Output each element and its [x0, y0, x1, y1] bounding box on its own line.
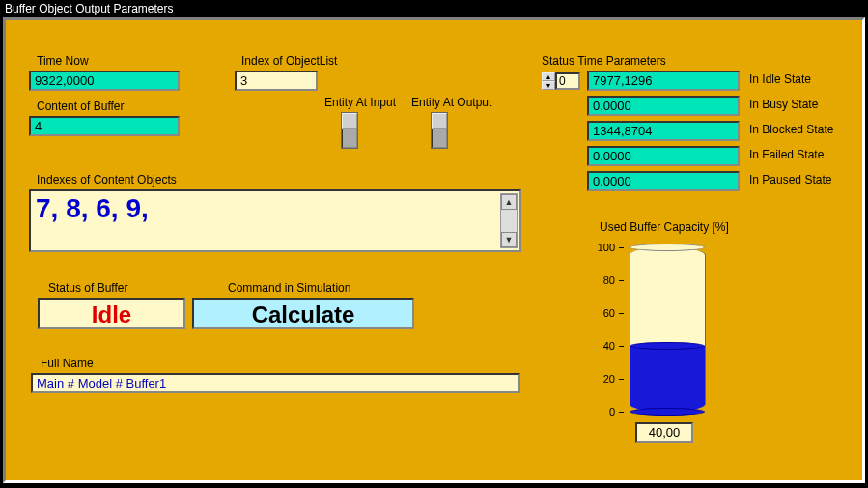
status-time-value: 1344,8704	[587, 121, 740, 141]
cylinder-top-icon	[630, 244, 705, 251]
cylinder-bottom-icon	[630, 408, 705, 416]
status-time-state-label: In Idle State	[749, 72, 811, 86]
index-objectlist-label: Index of ObjectList	[241, 54, 337, 68]
axis-tick-label: 80	[580, 274, 615, 286]
chart-fill	[630, 346, 705, 412]
entity-input-label: Entity At Input	[324, 96, 396, 109]
status-time-value: 0,0000	[587, 96, 740, 116]
axis-tick-icon	[619, 280, 624, 281]
scroll-up-icon[interactable]: ▲	[501, 194, 517, 210]
command-label: Command in Simulation	[228, 281, 350, 295]
status-time-value: 7977,1296	[587, 71, 740, 91]
command-button[interactable]: Calculate	[192, 298, 414, 329]
axis-tick-label: 100	[580, 242, 615, 253]
main-panel: Time Now 9322,0000 Content of Buffer 4 I…	[3, 17, 865, 483]
slider-track-icon	[432, 129, 447, 148]
status-time-value: 0,0000	[587, 146, 740, 166]
content-buffer-value: 4	[29, 116, 180, 136]
entity-input-slider[interactable]	[341, 112, 358, 149]
full-name-value[interactable]: Main # Model # Buffer1	[31, 373, 520, 393]
status-time-spinner[interactable]: ▲ ▼ 0	[542, 72, 580, 90]
axis-tick-label: 0	[580, 406, 615, 417]
status-time-state-label: In Failed State	[749, 148, 824, 161]
fill-top-icon	[630, 342, 705, 350]
spinner-up-icon[interactable]: ▲	[542, 72, 555, 81]
status-time-value: 0,0000	[587, 171, 740, 191]
axis-tick-icon	[619, 412, 624, 413]
entity-output-slider[interactable]	[431, 112, 448, 149]
buffer-capacity-chart: 020406080100	[580, 243, 754, 416]
axis-tick-icon	[619, 247, 624, 248]
status-buffer-value: Idle	[38, 298, 185, 329]
axis-tick-icon	[619, 313, 624, 314]
indexes-content-textarea[interactable]: 7, 8, 6, 9, ▲ ▼	[29, 189, 521, 252]
scrollbar[interactable]: ▲ ▼	[500, 193, 518, 248]
index-objectlist-value[interactable]: 3	[235, 71, 318, 91]
time-now-value: 9322,0000	[29, 71, 180, 91]
time-now-label: Time Now	[37, 54, 89, 68]
slider-thumb-icon	[342, 113, 357, 129]
status-time-state-label: In Blocked State	[749, 123, 833, 136]
entity-output-label: Entity At Output	[411, 96, 491, 109]
spinner-value: 0	[555, 72, 580, 90]
slider-thumb-icon	[432, 113, 447, 129]
axis-tick-icon	[619, 379, 624, 380]
axis-tick-label: 40	[580, 340, 615, 352]
indexes-content-value: 7, 8, 6, 9,	[36, 193, 149, 223]
chart-title: Used Buffer Capacity [%]	[600, 220, 729, 234]
chart-cylinder	[629, 247, 706, 412]
chart-value: 40,00	[635, 422, 693, 443]
window-title: Buffer Object Output Parameters	[0, 0, 868, 17]
indexes-content-label: Indexes of Content Objects	[37, 173, 177, 187]
axis-tick-label: 20	[580, 373, 615, 385]
full-name-label: Full Name	[41, 357, 94, 370]
status-buffer-label: Status of Buffer	[48, 281, 128, 295]
status-time-state-label: In Busy State	[749, 98, 818, 111]
scroll-down-icon[interactable]: ▼	[501, 232, 517, 247]
axis-tick-label: 60	[580, 307, 615, 319]
content-buffer-label: Content of Buffer	[37, 100, 125, 113]
status-time-state-label: In Paused State	[749, 173, 831, 187]
axis-tick-icon	[619, 346, 624, 347]
slider-track-icon	[342, 129, 357, 148]
spinner-down-icon[interactable]: ▼	[542, 81, 555, 90]
status-time-label: Status Time Parameters	[542, 54, 666, 68]
